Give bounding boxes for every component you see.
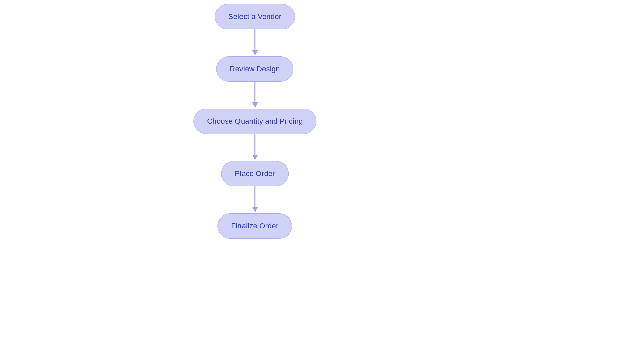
arrow-line: [255, 29, 256, 50]
arrow-line: [255, 186, 256, 207]
node-review-design: Review Design: [216, 56, 293, 82]
arrow-line: [255, 82, 256, 103]
node-finalize-order: Finalize Order: [218, 213, 292, 239]
arrow-connector: [252, 29, 258, 56]
arrow-line: [255, 134, 256, 155]
flowchart-container: Select a Vendor Review Design Choose Qua…: [193, 4, 316, 239]
node-label: Finalize Order: [231, 222, 279, 230]
arrow-head-icon: [252, 102, 258, 108]
arrow-head-icon: [252, 155, 258, 160]
node-place-order: Place Order: [221, 161, 289, 186]
node-label: Select a Vendor: [228, 12, 281, 21]
arrow-connector: [252, 134, 258, 161]
arrow-head-icon: [252, 207, 258, 212]
node-choose-quantity-pricing: Choose Quantity and Pricing: [193, 109, 316, 134]
node-label: Choose Quantity and Pricing: [207, 117, 303, 125]
node-select-vendor: Select a Vendor: [215, 4, 295, 29]
arrow-connector: [252, 186, 258, 213]
node-label: Review Design: [230, 65, 280, 73]
arrow-head-icon: [252, 50, 258, 55]
arrow-connector: [252, 82, 258, 109]
node-label: Place Order: [235, 169, 275, 178]
